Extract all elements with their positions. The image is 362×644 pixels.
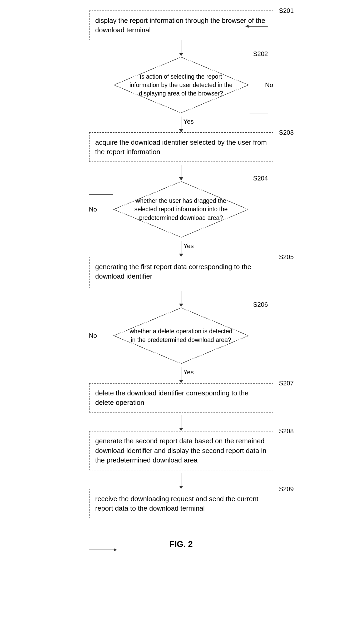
s206-no-label: No	[89, 332, 97, 339]
s204-text: whether the user has dragged the selecte…	[113, 197, 250, 222]
s209-label: S209	[279, 485, 294, 494]
s202-no-label: No	[265, 81, 273, 89]
s209-box: S209 receive the downloading request and…	[89, 489, 273, 519]
s202-yes-label: Yes	[184, 118, 194, 125]
s205-label: S205	[279, 253, 294, 261]
s206-label: S206	[253, 301, 268, 308]
s202-label: S202	[253, 50, 268, 58]
diagram-container: S201 display the report information thro…	[0, 0, 362, 581]
s204-label: S204	[253, 175, 268, 182]
s203-box: S203 acquire the download identifier sel…	[89, 132, 273, 162]
s206-text: whether a delete operation is detected i…	[113, 327, 250, 344]
s201-label: S201	[279, 6, 294, 15]
s208-box: S208 generate the second report data bas…	[89, 431, 273, 470]
s205-text: generating the first report data corresp…	[95, 263, 251, 280]
s206-yes-label: Yes	[184, 369, 194, 376]
s209-text: receive the downloading request and send…	[95, 495, 259, 512]
s207-text: delete the download identifier correspon…	[95, 389, 249, 406]
s204-yes-label: Yes	[184, 242, 194, 250]
s203-label: S203	[279, 128, 294, 137]
s207-label: S207	[279, 379, 294, 388]
s203-text: acquire the download identifier selected…	[95, 138, 267, 156]
s208-text: generate the second report data based on…	[95, 437, 266, 464]
s201-box: S201 display the report information thro…	[89, 11, 273, 40]
s205-box: S205 generating the first report data co…	[89, 257, 273, 288]
s201-text: display the report information through t…	[95, 17, 265, 34]
s207-box: S207 delete the download identifier corr…	[89, 383, 273, 413]
s202-text: is action of selecting the report inform…	[113, 72, 250, 98]
s208-label: S208	[279, 427, 294, 436]
s204-no-label: No	[89, 206, 97, 213]
figure-caption: FIG. 2	[16, 539, 346, 549]
